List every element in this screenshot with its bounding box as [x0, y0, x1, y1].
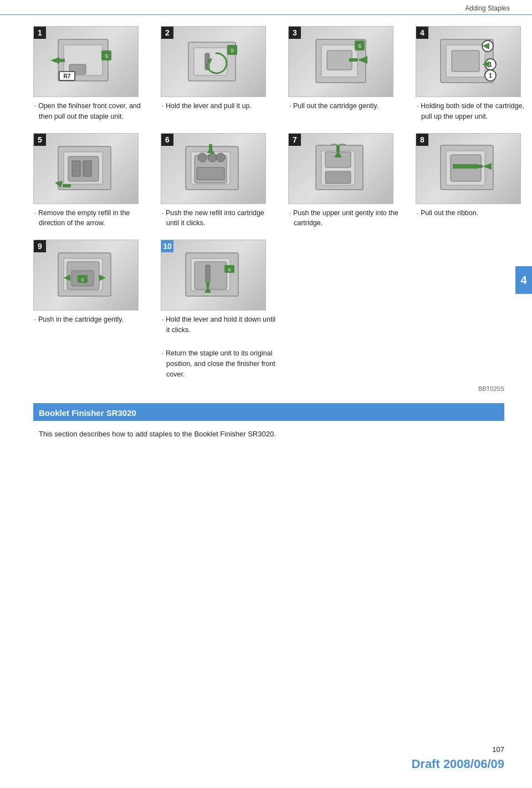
- step-6-text: · Push the new refill into cartridge unt…: [161, 208, 277, 229]
- page-header: Adding Staples: [0, 0, 532, 15]
- svg-rect-71: [195, 262, 227, 289]
- step-1-text: · Open the finihser front cover, and the…: [33, 101, 150, 122]
- svg-rect-46: [197, 167, 224, 180]
- step-4-number: 4: [416, 27, 428, 39]
- svg-rect-72: [206, 265, 210, 283]
- step-1-illus: R7 S: [34, 27, 138, 96]
- svg-text:S: S: [358, 43, 361, 49]
- step-8: 8 · Pull out the ribb: [416, 133, 532, 229]
- step-1-number: 1: [34, 27, 46, 39]
- svg-point-44: [208, 153, 217, 162]
- bbt-code: BBT025S: [33, 385, 504, 392]
- main-content: 1 R7 S: [0, 21, 532, 451]
- step-8-image: 8: [416, 133, 521, 204]
- svg-rect-36: [72, 161, 80, 176]
- step-7-illus: [289, 134, 393, 204]
- step-9-text: · Push in the cartridge gently.: [33, 314, 150, 325]
- step-7-image: 7: [288, 133, 393, 204]
- step-4-illus: 2 1 1: [416, 27, 520, 96]
- svg-rect-6: [59, 59, 65, 62]
- svg-text:S: S: [105, 53, 108, 59]
- steps-row-2: 5 · Remove the empty: [33, 133, 504, 229]
- svg-rect-58: [453, 164, 478, 169]
- step-10-illus: S: [161, 240, 265, 310]
- steps-row-3: 9 S: [33, 240, 504, 380]
- draft-text: Draft 2008/06/09: [411, 757, 504, 771]
- step-9-image: 9 S: [33, 240, 139, 311]
- svg-rect-54: [336, 145, 340, 152]
- svg-point-45: [216, 153, 225, 162]
- step-6: 6: [161, 133, 277, 229]
- step-7: 7: [288, 133, 405, 229]
- step-empty-2: [416, 240, 532, 380]
- svg-rect-48: [209, 144, 212, 150]
- step-2-illus: S: [161, 27, 265, 96]
- header-title: Adding Staples: [465, 4, 510, 12]
- step-7-text: · Push the upper unit gently into the ca…: [288, 208, 405, 229]
- step-7-number: 7: [289, 134, 301, 146]
- svg-rect-52: [325, 171, 351, 184]
- step-5-number: 5: [34, 134, 46, 146]
- svg-text:S: S: [81, 277, 84, 282]
- svg-rect-19: [349, 58, 357, 62]
- step-3-illus: S: [289, 27, 393, 96]
- svg-rect-39: [63, 184, 71, 187]
- step-4-image: 4 2 1 1: [416, 26, 521, 97]
- svg-rect-37: [83, 161, 91, 176]
- step-10: 10 S: [161, 240, 277, 380]
- svg-rect-60: [478, 165, 483, 168]
- step-1: 1 R7 S: [33, 26, 150, 122]
- step-9-illus: S: [34, 240, 138, 310]
- step-10-image: 10 S: [161, 240, 266, 311]
- step-5-illus: [34, 134, 138, 204]
- step-9: 9 S: [33, 240, 150, 380]
- step-2-number: 2: [161, 27, 173, 39]
- step-2-image: 2 S: [161, 26, 266, 97]
- step-2-text: · Hold the lever and pull it up.: [161, 101, 277, 111]
- step-3: 3 S · Pul: [288, 26, 405, 122]
- svg-text:1: 1: [489, 62, 492, 68]
- step-8-text: · Pull out the ribbon.: [416, 208, 532, 218]
- step-10-text: · Hold the lever and hold it down until …: [161, 314, 277, 380]
- section-description: This section describes how to add staple…: [33, 429, 504, 440]
- step-2: 2 S · Hol: [161, 26, 277, 122]
- side-tab: 4: [515, 266, 532, 294]
- svg-rect-74: [206, 283, 209, 287]
- steps-row-1: 1 R7 S: [33, 26, 504, 122]
- section-title: Booklet Finisher SR3020: [33, 405, 504, 421]
- step-1-image: 1 R7 S: [33, 26, 139, 97]
- step-3-number: 3: [289, 27, 301, 39]
- page-footer: 107 Draft 2008/06/09: [411, 745, 504, 771]
- page-number: 107: [411, 745, 504, 754]
- step-6-number: 6: [161, 134, 173, 146]
- step-4: 4 2 1 1: [416, 26, 532, 122]
- step-4-text: · Holding both side of the cartridge, pu…: [416, 101, 532, 122]
- step-8-number: 8: [416, 134, 428, 146]
- svg-rect-17: [327, 50, 352, 70]
- step-3-text: · Pull out the cartridge gently.: [288, 101, 405, 111]
- step-5-image: 5: [33, 133, 139, 204]
- step-3-image: 3 S: [288, 26, 393, 97]
- svg-text:S: S: [228, 267, 231, 272]
- svg-marker-5: [50, 57, 59, 64]
- step-5-text: · Remove the empty refill in the directi…: [33, 208, 150, 229]
- svg-point-43: [198, 153, 207, 162]
- step-empty-1: [288, 240, 405, 380]
- step-5: 5 · Remove the empty: [33, 133, 150, 229]
- svg-rect-24: [452, 50, 479, 72]
- svg-text:1: 1: [489, 73, 492, 79]
- step-6-illus: [161, 134, 265, 204]
- step-8-illus: [416, 134, 520, 204]
- step-10-number: 10: [161, 240, 173, 252]
- step-9-number: 9: [34, 240, 46, 252]
- svg-text:R7: R7: [64, 73, 71, 79]
- svg-text:S: S: [231, 48, 234, 53]
- step-6-image: 6: [161, 133, 266, 204]
